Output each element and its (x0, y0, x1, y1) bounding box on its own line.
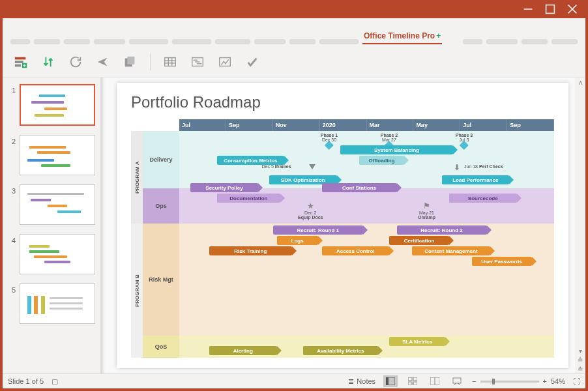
thumb-number: 4 (8, 234, 16, 274)
zoom-out-icon[interactable]: − (472, 377, 476, 385)
tab-placeholder[interactable] (129, 39, 168, 44)
task-label: Offloading (369, 158, 395, 164)
swimlane-label: Ops (143, 188, 179, 224)
reading-view-button[interactable] (428, 375, 442, 387)
task-label: Consumption Metrics (224, 158, 277, 164)
prev-slide-icon[interactable]: ≜ (578, 355, 583, 364)
zoom-slider[interactable] (480, 381, 539, 383)
task-label: SDK Optimization (281, 177, 325, 183)
notes-label: Notes (357, 377, 375, 385)
task-label: Recruit: Round 2 (420, 227, 462, 233)
app-window: Office Timeline Pro+ 1 (0, 0, 588, 391)
vertical-scrollbar[interactable]: ∧ ▾ ≜ ≛ (575, 78, 585, 373)
thumb-number: 5 (8, 283, 16, 324)
month-label: Jul (460, 119, 507, 131)
accept-button[interactable] (244, 54, 260, 70)
task-label: Recruit: Round 1 (297, 227, 339, 233)
slide-counter: Slide 1 of 5 (8, 377, 44, 385)
month-label: Sep (226, 119, 273, 131)
swimlane-label: Delivery (143, 131, 179, 188)
month-label: Mar (367, 119, 414, 131)
slideshow-button[interactable] (450, 375, 464, 387)
scroll-down-icon[interactable]: ▾ (579, 346, 582, 355)
minimize-button[interactable] (523, 4, 533, 14)
share-button[interactable] (95, 54, 111, 70)
diamond-icon (460, 141, 469, 150)
tab-placeholder[interactable] (215, 39, 250, 44)
slide-thumb-2[interactable] (20, 135, 95, 175)
slide-title: Portfolio Roadmap (117, 83, 568, 117)
maximize-button[interactable] (545, 4, 555, 14)
phase-label: Phase 3 (456, 133, 473, 138)
task-label: Logs (291, 238, 304, 244)
slide-thumb-4[interactable] (20, 234, 95, 274)
slide-thumb-3[interactable] (20, 184, 95, 225)
task-label: Load Performance (452, 177, 498, 183)
milestone-label: Perf Check (479, 164, 503, 169)
tab-placeholder[interactable] (64, 39, 90, 44)
new-timeline-button[interactable] (13, 54, 29, 70)
style-button[interactable] (217, 54, 233, 70)
slide-thumb-5[interactable] (20, 283, 95, 324)
tab-placeholder[interactable] (254, 39, 286, 44)
svg-rect-5 (15, 61, 23, 63)
tab-placeholder[interactable] (34, 39, 60, 44)
tab-placeholder[interactable] (10, 39, 30, 44)
program-label: PROGRAM B (131, 224, 143, 358)
tab-placeholder[interactable] (172, 39, 211, 44)
arrow-icon: ⬇ (454, 163, 460, 172)
task-label: SLA Metrics (402, 339, 432, 345)
month-label: Nov (273, 119, 320, 131)
zoom-in-icon[interactable]: + (543, 377, 547, 385)
spellcheck-icon[interactable]: ▢ (51, 377, 58, 386)
svg-rect-21 (220, 58, 231, 66)
sort-button[interactable] (40, 54, 56, 70)
tab-placeholder[interactable] (463, 39, 482, 44)
table-button[interactable] (162, 54, 178, 70)
triangle-icon (309, 164, 316, 169)
normal-view-button[interactable] (383, 375, 398, 387)
svg-rect-4 (15, 57, 26, 60)
ribbon: Office Timeline Pro+ 1 (3, 18, 585, 388)
tab-placeholder[interactable] (522, 39, 548, 44)
zoom-control[interactable]: − + 54% (472, 377, 565, 385)
task-label: Sourcecode (468, 195, 498, 201)
milestone-date: Dec 2 (298, 210, 323, 215)
slide-thumb-1[interactable] (20, 84, 95, 126)
svg-rect-11 (127, 57, 134, 65)
tab-office-timeline[interactable]: Office Timeline Pro+ (362, 30, 442, 44)
fit-icon[interactable]: ⛶ (573, 377, 580, 385)
slide-thumbnails: 1 2 3 (3, 78, 100, 373)
sync-button[interactable] (68, 54, 83, 70)
task-label: Access Control (336, 248, 375, 254)
scroll-up-icon[interactable]: ∧ (578, 78, 583, 87)
task-label: Content Management (424, 248, 477, 254)
milestone-date: Jun 18 (464, 164, 478, 169)
copy-button[interactable] (123, 54, 138, 70)
milestone-label: Onramp (418, 215, 435, 220)
task-label: Security Policy (205, 185, 243, 191)
tab-placeholder[interactable] (486, 39, 518, 44)
tab-placeholder[interactable] (289, 39, 316, 44)
tab-placeholder[interactable] (551, 39, 578, 44)
sorter-view-button[interactable] (405, 375, 420, 387)
phase-label: Phase 1 (321, 133, 338, 138)
tab-placeholder[interactable] (319, 39, 359, 44)
thumb-number: 2 (8, 135, 16, 175)
task-label: Conf Stations (342, 185, 376, 191)
gantt-button[interactable] (190, 54, 205, 70)
task-label: Risk Training (234, 248, 267, 254)
close-button[interactable] (567, 4, 578, 14)
svg-rect-12 (165, 58, 176, 66)
slide-canvas[interactable]: Portfolio Roadmap Jul Sep Nov 2020 Mar M… (117, 83, 568, 368)
zoom-value: 54% (551, 377, 565, 385)
notes-button[interactable]: ≣Notes (348, 377, 375, 386)
next-slide-icon[interactable]: ≛ (578, 364, 583, 373)
svg-rect-27 (413, 382, 417, 385)
task-label: Availability Metrics (317, 348, 364, 354)
flag-icon: ⚑ (418, 201, 435, 210)
svg-rect-23 (386, 377, 389, 385)
tab-placeholder[interactable] (94, 39, 125, 44)
plus-icon: + (436, 31, 441, 40)
star-icon: ★ (298, 201, 323, 210)
